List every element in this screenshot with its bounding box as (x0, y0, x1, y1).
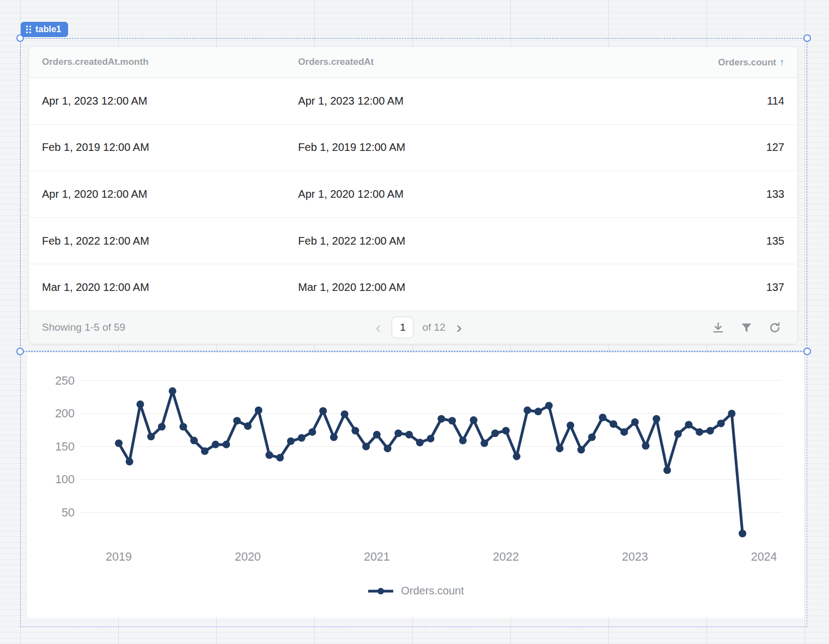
table-row: Feb 1, 2019 12:00 AMFeb 1, 2019 12:00 AM… (29, 125, 797, 172)
table-cell: 114 (541, 95, 797, 107)
svg-text:2024: 2024 (751, 550, 777, 563)
sort-asc-icon: ↑ (779, 57, 784, 68)
table-header-row: Orders.createdAt.monthOrders.createdAtOr… (29, 47, 797, 78)
svg-text:2022: 2022 (493, 550, 519, 563)
table-row: Feb 1, 2022 12:00 AMFeb 1, 2022 12:00 AM… (29, 218, 797, 265)
table-cell: 137 (541, 281, 797, 294)
svg-text:150: 150 (55, 440, 75, 453)
legend-series-label: Orders.count (401, 585, 464, 597)
chart-widget[interactable]: 50100150200250201920202021202220232024 O… (27, 353, 804, 618)
table-cell: Mar 1, 2020 12:00 AM (29, 281, 285, 294)
column-header-0[interactable]: Orders.createdAt.month (29, 57, 285, 68)
svg-text:100: 100 (55, 473, 75, 486)
page-count-label: of 12 (422, 321, 445, 333)
table-row: Apr 1, 2020 12:00 AMApr 1, 2020 12:00 AM… (29, 171, 797, 218)
table-footer: Showing 1-5 of 59 ‹ 1 of 12 › (29, 311, 797, 344)
table-cell: 135 (541, 235, 797, 247)
table-actions (712, 321, 781, 334)
drag-handle-icon (26, 25, 32, 34)
table-cell: Apr 1, 2023 12:00 AM (29, 95, 285, 107)
svg-text:250: 250 (55, 374, 75, 387)
table-row: Apr 1, 2023 12:00 AMApr 1, 2023 12:00 AM… (29, 78, 797, 125)
widget-tag-table1[interactable]: table1 (21, 22, 68, 37)
table-cell: Feb 1, 2019 12:00 AM (29, 141, 285, 154)
svg-text:50: 50 (62, 506, 75, 519)
widget-tag-label: table1 (35, 25, 61, 34)
svg-text:2020: 2020 (235, 550, 261, 563)
table-cell: Apr 1, 2020 12:00 AM (285, 188, 541, 201)
legend-line-marker-icon (368, 587, 394, 595)
column-header-2[interactable]: Orders.count↑ (541, 57, 797, 68)
table-cell: 133 (541, 188, 797, 201)
table-cell: Apr 1, 2020 12:00 AM (29, 188, 285, 201)
chevron-right-icon[interactable]: › (454, 319, 464, 336)
selection-handle-bottom-right[interactable] (803, 348, 811, 355)
showing-range-label: Showing 1-5 of 59 (42, 321, 125, 333)
table-widget: Orders.createdAt.monthOrders.createdAtOr… (28, 46, 798, 344)
table-cell: Feb 1, 2019 12:00 AM (285, 141, 541, 154)
page-number-input[interactable]: 1 (392, 317, 413, 338)
filter-icon[interactable] (740, 321, 753, 334)
chart-legend[interactable]: Orders.count (27, 585, 804, 597)
table-cell: Apr 1, 2023 12:00 AM (285, 95, 541, 107)
selection-handle-top-right[interactable] (803, 34, 811, 42)
table-cell: Mar 1, 2020 12:00 AM (285, 281, 541, 294)
table-cell: 127 (541, 141, 797, 154)
download-icon[interactable] (712, 321, 724, 334)
refresh-icon[interactable] (769, 321, 781, 334)
line-chart-canvas: 50100150200250201920202021202220232024 (27, 353, 804, 582)
svg-text:2023: 2023 (622, 550, 648, 563)
table-body: Apr 1, 2023 12:00 AMApr 1, 2023 12:00 AM… (29, 78, 797, 311)
svg-text:2021: 2021 (364, 550, 390, 563)
column-header-1[interactable]: Orders.createdAt (285, 57, 541, 68)
table-cell: Feb 1, 2022 12:00 AM (285, 235, 541, 247)
chevron-left-icon[interactable]: ‹ (373, 319, 383, 336)
pagination: ‹ 1 of 12 › (125, 317, 712, 338)
table-row: Mar 1, 2020 12:00 AMMar 1, 2020 12:00 AM… (29, 264, 797, 311)
selection-handle-bottom-left[interactable] (16, 348, 24, 355)
table-cell: Feb 1, 2022 12:00 AM (29, 235, 285, 247)
svg-text:200: 200 (55, 407, 75, 420)
svg-text:2019: 2019 (106, 550, 132, 563)
